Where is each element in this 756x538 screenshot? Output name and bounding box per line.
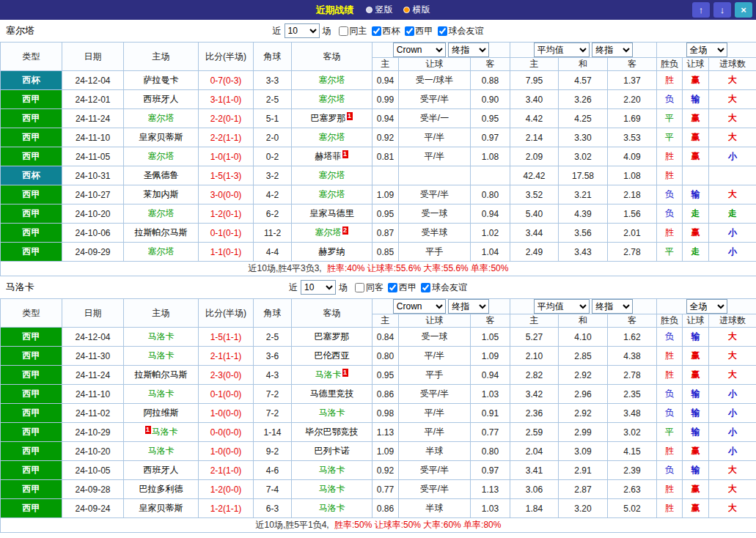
filter-option-同主[interactable]: 同主: [339, 25, 367, 37]
scope-select[interactable]: 全场: [686, 43, 727, 57]
filter-option-西甲[interactable]: 西甲: [405, 25, 433, 37]
checkbox[interactable]: [421, 283, 430, 292]
goals-result: 小: [709, 442, 756, 461]
euro-mode-select[interactable]: 平均值: [534, 43, 590, 57]
col-home: 主场: [124, 299, 199, 328]
odds-company-select[interactable]: Crown: [393, 299, 446, 314]
asian-away-odds: 1.13: [471, 480, 510, 499]
filter-option-西甲[interactable]: 西甲: [388, 281, 416, 294]
handicap-result: 赢: [683, 347, 709, 366]
team-name: 塞尔塔: [315, 227, 342, 237]
games-count-select[interactable]: 10: [301, 280, 336, 295]
goals-result: 大: [709, 499, 756, 518]
match-score: 3-0(0-0): [199, 185, 254, 204]
odds-company-select[interactable]: Crown: [393, 43, 446, 57]
corners-score: 4-3: [254, 366, 292, 385]
euro-away-odds: 2.35: [608, 385, 657, 404]
euro-away-odds: 4.09: [608, 147, 657, 166]
match-date: 24-12-04: [62, 71, 124, 90]
match-date: 24-10-31: [62, 166, 124, 185]
away-team: 赫罗纳: [292, 243, 373, 262]
match-date: 24-10-20: [62, 204, 124, 224]
checkbox[interactable]: [388, 283, 397, 292]
scope-select[interactable]: 全场: [686, 299, 727, 314]
summary-row: 近10场,胜4平3负3, 胜率:40% 让球率:55.6% 大率:55.6% 单…: [1, 262, 756, 276]
odds-type-select[interactable]: 终指: [448, 43, 489, 57]
filter-option-西杯[interactable]: 西杯: [372, 25, 400, 37]
games-count-select[interactable]: 10: [285, 23, 320, 38]
layout-radio-horizontal[interactable]: 横版: [403, 4, 430, 16]
match-score: 0-7(0-3): [199, 71, 254, 90]
filter-option-球会友谊[interactable]: 球会友谊: [438, 25, 484, 37]
radio-icon: [366, 7, 373, 13]
match-score: 2-2(0-1): [199, 109, 254, 128]
euro-type-select[interactable]: 终指: [592, 299, 633, 314]
euro-mode-select[interactable]: 平均值: [534, 299, 590, 314]
filter-prefix: 近: [273, 25, 282, 37]
euro-draw-odds: 17.58: [559, 166, 608, 185]
match-score: 2-3(0-0): [199, 366, 254, 385]
outcome-result: 负: [657, 90, 683, 109]
team-name: 西班牙人: [144, 465, 179, 475]
col-outcome: 胜负: [657, 58, 683, 71]
corners-score: 5-1: [254, 109, 292, 128]
checkbox[interactable]: [405, 26, 414, 36]
competition-type: 西甲: [1, 328, 62, 347]
asian-away-odds: 0.88: [471, 71, 510, 90]
euro-home-odds: 42.42: [510, 166, 559, 185]
close-button[interactable]: ×: [735, 2, 752, 18]
away-team: 巴塞罗那1: [292, 109, 373, 128]
corners-score: 6-2: [254, 204, 292, 224]
move-up-button[interactable]: ↑: [692, 2, 710, 18]
checkbox[interactable]: [372, 26, 381, 36]
asian-away-odds: 0.80: [471, 185, 510, 204]
odds-type-select[interactable]: 终指: [448, 299, 489, 314]
team-name: 塞尔塔: [148, 208, 175, 218]
team-name: 塞尔塔: [319, 189, 345, 199]
asian-home-odds: 0.95: [373, 204, 399, 224]
asian-odds-controls: Crown 终指: [373, 43, 510, 58]
goals-result: 小: [709, 423, 756, 442]
euro-draw-odds: 4.10: [559, 328, 608, 347]
asian-away-odds: 0.94: [471, 204, 510, 224]
corners-score: 6-3: [254, 499, 292, 518]
asian-away-odds: 0.95: [471, 109, 510, 128]
asian-away-odds: 1.03: [471, 385, 510, 404]
match-row: 西甲24-11-24拉斯帕尔马斯2-3(0-0)4-3马洛卡10.95平手0.9…: [1, 366, 756, 385]
col-asian-handicap: 让球: [399, 314, 471, 328]
asian-home-odds: 1.09: [373, 442, 399, 461]
checkbox[interactable]: [355, 283, 364, 292]
handicap-result: 赢: [683, 480, 709, 499]
away-team: 马洛卡: [292, 480, 373, 499]
goals-result: 大: [709, 480, 756, 499]
filter-option-球会友谊[interactable]: 球会友谊: [421, 281, 467, 294]
home-team: 马洛卡: [124, 442, 199, 461]
checkbox[interactable]: [438, 26, 447, 36]
move-down-button[interactable]: ↓: [713, 2, 731, 18]
corners-score: 9-2: [254, 442, 292, 461]
layout-radio-vertical[interactable]: 竖版: [366, 4, 393, 16]
checkbox[interactable]: [339, 26, 348, 36]
col-euro-away: 客: [608, 314, 657, 328]
col-corners: 角球: [254, 43, 292, 71]
euro-home-odds: 2.09: [510, 147, 559, 166]
competition-type: 西甲: [1, 243, 62, 262]
match-row: 西甲24-12-04马洛卡1-5(1-1)2-5巴塞罗那0.84受一球1.055…: [1, 328, 756, 347]
radio-label: 竖版: [375, 4, 393, 16]
handicap-result: [683, 166, 709, 185]
corners-score: 3-2: [254, 166, 292, 185]
euro-draw-odds: 3.26: [559, 90, 608, 109]
window-buttons: ↑ ↓ ×: [692, 2, 752, 18]
match-date: 24-12-04: [62, 328, 124, 347]
match-score: 3-1(1-0): [199, 90, 254, 109]
handicap-result: 赢: [683, 442, 709, 461]
asian-home-odds: 0.92: [373, 461, 399, 480]
euro-type-select[interactable]: 终指: [592, 43, 633, 57]
col-euro-away: 客: [608, 58, 657, 71]
euro-away-odds: 3.48: [608, 404, 657, 423]
home-team: 拉斯帕尔马斯: [124, 224, 199, 243]
filter-suffix: 场: [323, 25, 331, 37]
competition-type: 西甲: [1, 423, 62, 442]
filter-option-同客[interactable]: 同客: [355, 281, 383, 294]
match-row: 西甲24-10-20塞尔塔1-2(0-1)6-2皇家马德里0.95受一球0.94…: [1, 204, 756, 224]
